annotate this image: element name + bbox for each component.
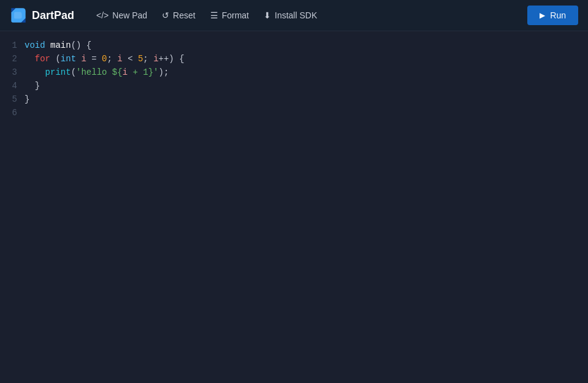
install-sdk-icon: ⬇: [264, 10, 271, 20]
install-sdk-button[interactable]: ⬇ Install SDK: [256, 7, 324, 24]
reset-icon: ↺: [162, 10, 169, 20]
format-icon: ☰: [210, 10, 218, 20]
play-icon: ▶: [540, 11, 545, 20]
line-number: 1: [10, 39, 17, 52]
format-button[interactable]: ☰ Format: [203, 7, 256, 24]
new-pad-icon: </>: [96, 10, 109, 20]
run-button[interactable]: ▶ Run: [527, 6, 578, 25]
line-number: 5: [10, 93, 17, 106]
line-number: 2: [10, 52, 17, 66]
reset-button[interactable]: ↺ Reset: [155, 7, 203, 24]
logo-area: DartPad: [10, 7, 74, 24]
app-title: DartPad: [32, 9, 74, 22]
new-pad-button[interactable]: </> New Pad: [89, 7, 155, 24]
line-numbers: 1 2 3 4 5 6: [0, 39, 25, 376]
line-number: 4: [10, 79, 17, 93]
code-editor[interactable]: void main() { for (int i = 0; i < 5; i++…: [25, 39, 588, 376]
line-number: 6: [10, 106, 17, 119]
line-number: 3: [10, 66, 17, 79]
dart-logo-icon: [10, 7, 27, 24]
editor-area: 1 2 3 4 5 6 void main() { for (int i = 0…: [0, 31, 588, 383]
toolbar: DartPad </> New Pad ↺ Reset ☰ Format ⬇ I…: [0, 0, 588, 31]
